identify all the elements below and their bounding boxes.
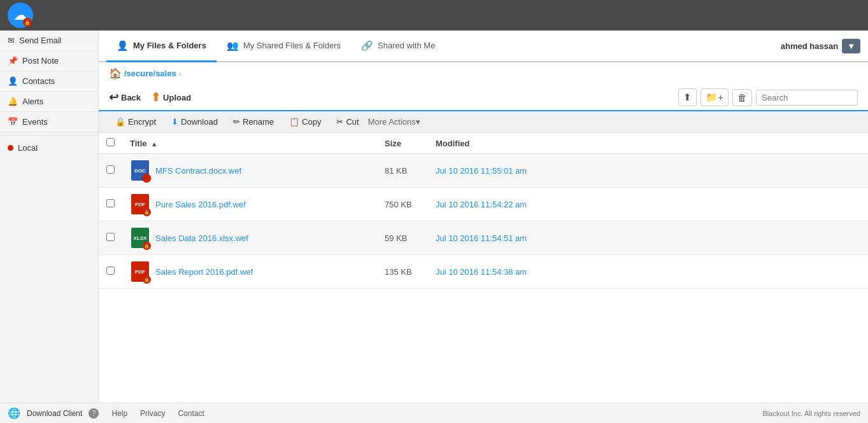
cut-button[interactable]: ✂ Cut: [330, 114, 365, 129]
row-size-cell: 59 KB: [377, 221, 428, 255]
contact-link[interactable]: Contact: [178, 409, 204, 418]
row-checkbox-cell: [99, 255, 122, 289]
download-label: Download: [181, 117, 218, 127]
footer: 🌐 Download Client ? Help Privacy Contact…: [0, 403, 868, 423]
tabs-bar: 👤 My Files & Folders 👥 My Shared Files &…: [99, 31, 868, 62]
sidebar-item-post-note[interactable]: 📌 Post Note: [0, 51, 98, 71]
tab-my-shared-label: My Shared Files & Folders: [243, 41, 341, 50]
help-circle-icon[interactable]: ?: [89, 408, 99, 419]
file-name-link[interactable]: MFS Contract.docx.wef: [155, 166, 241, 176]
sidebar-spacer: [0, 158, 98, 403]
tab-my-files-label: My Files & Folders: [133, 41, 206, 50]
lock-badge-icon: 🔒: [143, 275, 151, 284]
new-folder-button[interactable]: 📁+: [701, 88, 729, 106]
upload-icon: ⬆: [151, 90, 160, 104]
table-row: PDF🔒Sales Report 2016.pdf.wef135 KBJul 1…: [99, 255, 868, 289]
user-dropdown-button[interactable]: ▼: [842, 39, 860, 53]
row-name-cell: PDF🔒Pure Sales 2016.pdf.wef: [122, 188, 377, 221]
lock-badge-icon: 🔒: [143, 208, 151, 216]
tab-shared-with-me[interactable]: 🔗 Shared with Me: [351, 31, 445, 62]
file-name-link[interactable]: Sales Data 2016.xlsx.wef: [155, 233, 248, 243]
row-checkbox[interactable]: [106, 165, 115, 174]
lock-badge-icon: 🔒: [143, 174, 151, 183]
copyright-text: Blackout Inc. All rights reserved: [763, 410, 860, 417]
file-table-container: Title ▲ Size Modified DOC🔒MFS Contract.d…: [99, 133, 868, 403]
col-header-size[interactable]: Size: [377, 133, 428, 154]
app-logo: ☁ 🔒: [8, 3, 33, 28]
more-actions-button[interactable]: More Actions ▾: [368, 117, 420, 127]
sidebar-item-alerts[interactable]: 🔔 Alerts: [0, 92, 98, 112]
sidebar-divider: [0, 135, 98, 135]
row-checkbox-cell: [99, 154, 122, 188]
sidebar-item-events[interactable]: 📅 Events: [0, 112, 98, 132]
user-name: ahmed hassan: [781, 41, 838, 51]
sidebar-item-label: Alerts: [22, 97, 43, 106]
top-nav: ☁ 🔒: [0, 0, 868, 31]
breadcrumb-arrow-icon: ›: [179, 69, 181, 78]
my-files-icon: 👤: [117, 40, 129, 52]
upload-alt-button[interactable]: ⬆: [678, 88, 697, 106]
upload-button[interactable]: ⬆ Upload: [151, 90, 191, 104]
size-header-label: Size: [385, 139, 401, 148]
table-row: PDF🔒Pure Sales 2016.pdf.wef750 KBJul 10 …: [99, 188, 868, 221]
row-checkbox[interactable]: [106, 233, 115, 241]
tab-my-shared[interactable]: 👥 My Shared Files & Folders: [217, 31, 351, 62]
select-all-checkbox[interactable]: [106, 138, 115, 146]
row-checkbox-cell: [99, 188, 122, 221]
download-button[interactable]: ⬇ Download: [165, 114, 224, 129]
row-checkbox[interactable]: [106, 267, 115, 275]
delete-button[interactable]: 🗑: [732, 89, 752, 106]
shared-with-me-icon: 🔗: [361, 40, 373, 52]
breadcrumb: 🏠 /secure/sales ›: [99, 62, 868, 85]
user-area: ahmed hassan ▼: [781, 39, 860, 53]
rename-label: Rename: [243, 117, 274, 127]
help-link[interactable]: Help: [111, 409, 127, 418]
sidebar-item-local[interactable]: Local: [0, 138, 98, 158]
my-shared-icon: 👥: [227, 40, 239, 52]
alerts-icon: 🔔: [8, 97, 18, 106]
back-button[interactable]: ↩ Back: [109, 90, 141, 104]
copy-icon: 📋: [289, 117, 299, 127]
privacy-link[interactable]: Privacy: [140, 409, 165, 418]
file-name-link[interactable]: Sales Report 2016.pdf.wef: [155, 267, 253, 277]
row-modified-cell: Jul 10 2016 11:54:51 am: [428, 221, 868, 255]
encrypt-button[interactable]: 🔒 Encrypt: [109, 114, 162, 129]
download-client-link[interactable]: Download Client: [27, 409, 82, 418]
tab-my-files[interactable]: 👤 My Files & Folders: [106, 31, 217, 62]
copy-label: Copy: [302, 117, 321, 127]
col-header-title[interactable]: Title ▲: [122, 133, 377, 154]
sidebar-item-label: Events: [22, 117, 48, 127]
rename-icon: ✏: [233, 117, 240, 127]
more-actions-label: More Actions: [368, 117, 416, 127]
row-modified-cell: Jul 10 2016 11:54:38 am: [428, 255, 868, 289]
file-name-link[interactable]: Pure Sales 2016.pdf.wef: [155, 200, 246, 209]
action-bar: 🔒 Encrypt ⬇ Download ✏ Rename 📋 Copy ✂ C…: [99, 111, 868, 133]
lock-badge-icon: 🔒: [143, 242, 151, 250]
tab-shared-with-me-label: Shared with Me: [378, 41, 435, 50]
row-checkbox[interactable]: [106, 199, 115, 207]
col-header-check: [99, 133, 122, 154]
file-type-icon: PDF🔒: [130, 193, 150, 216]
sidebar-item-label: Contacts: [22, 76, 55, 86]
sidebar-item-contacts[interactable]: 👤 Contacts: [0, 71, 98, 92]
rename-button[interactable]: ✏ Rename: [227, 114, 280, 129]
modified-header-label: Modified: [436, 139, 469, 148]
file-type-icon: XLSX🔒: [130, 226, 150, 249]
search-input[interactable]: [756, 90, 858, 106]
pdf-icon: PDF🔒: [131, 194, 149, 214]
table-header-row: Title ▲ Size Modified: [99, 133, 868, 154]
download-icon: ⬇: [171, 117, 178, 127]
upload-label: Upload: [163, 93, 191, 102]
home-icon[interactable]: 🏠: [109, 67, 122, 80]
row-modified-cell: Jul 10 2016 11:55:01 am: [428, 154, 868, 188]
col-header-modified[interactable]: Modified: [428, 133, 868, 154]
row-size-cell: 81 KB: [377, 154, 428, 188]
sidebar-item-send-email[interactable]: ✉ Send Email: [0, 31, 98, 51]
copy-button[interactable]: 📋 Copy: [283, 114, 327, 129]
back-label: Back: [121, 93, 141, 102]
breadcrumb-path[interactable]: /secure/sales: [124, 69, 176, 78]
sidebar-item-label: Send Email: [19, 36, 61, 45]
xlsx-icon: XLSX🔒: [131, 228, 149, 248]
file-name-container: DOC🔒MFS Contract.docx.wef: [130, 159, 369, 182]
title-header-label: Title: [130, 139, 147, 148]
